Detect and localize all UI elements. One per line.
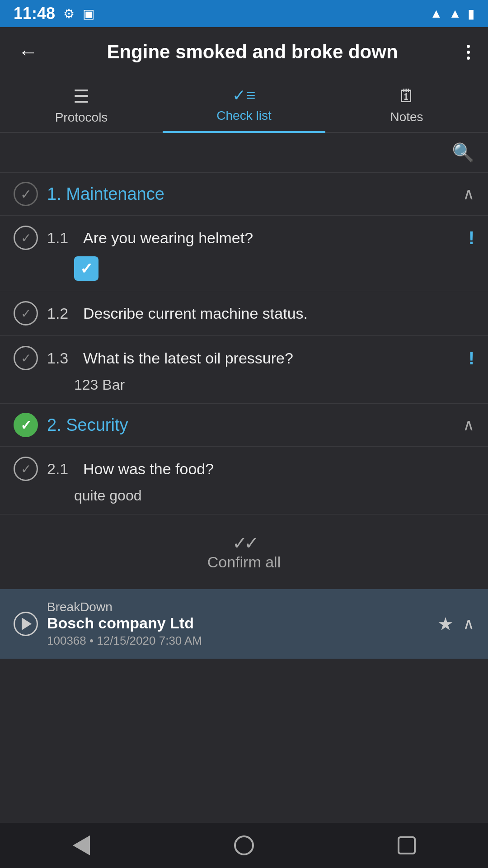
item-1-3-check[interactable] (14, 346, 38, 370)
nav-home-button[interactable] (230, 832, 258, 859)
section-maintenance-header[interactable]: 1. Maintenance ∧ (0, 172, 488, 215)
item-1-1-number: 1.1 (47, 229, 74, 247)
nav-recent-icon (398, 836, 416, 854)
battery-icon: ▮ (468, 6, 474, 21)
bottom-info-bar: BreakDown Bosch company Ltd 100368 • 12/… (0, 589, 488, 659)
play-button[interactable] (14, 612, 38, 636)
item-2-1-check[interactable] (14, 457, 38, 481)
tab-bar: ☰ Protocols ✓≡ Check list 🗓 Notes (0, 77, 488, 133)
nav-bar (0, 823, 488, 868)
bottom-type: BreakDown (47, 600, 428, 614)
item-2-1-text: How was the food? (83, 460, 474, 478)
search-icon[interactable]: 🔍 (452, 142, 474, 163)
item-1-2-row: 1.2 Describe current machine status. (14, 301, 474, 326)
item-1-1-check[interactable] (14, 226, 38, 250)
item-1-1-checkbox-answer[interactable] (74, 256, 99, 281)
item-1-2-text: Describe current machine status. (83, 305, 474, 322)
checklist-icon: ✓≡ (232, 86, 255, 105)
bottom-time: 7:30 AM (159, 634, 202, 647)
star-icon[interactable]: ★ (437, 613, 454, 634)
section-security-header[interactable]: 2. Security ∧ (0, 403, 488, 446)
bottom-company: Bosch company Ltd (47, 614, 428, 632)
section-security-chevron: ∧ (463, 415, 474, 434)
item-1-2-number: 1.2 (47, 305, 74, 322)
item-1-3-answer: 123 Bar (74, 377, 474, 393)
signal-icon: ▲ (449, 6, 461, 21)
status-left: 11:48 ⚙ ▣ (14, 4, 94, 23)
bottom-info-text: BreakDown Bosch company Ltd 100368 • 12/… (47, 600, 428, 648)
item-1-1-text: Are you wearing helmet? (83, 229, 460, 247)
bottom-meta: 100368 • 12/15/2020 7:30 AM (47, 634, 428, 648)
item-1-3-exclamation: ! (469, 348, 474, 368)
status-time: 11:48 (14, 4, 55, 23)
more-dot-1 (467, 45, 470, 48)
tab-protocols[interactable]: ☰ Protocols (0, 77, 163, 132)
item-1-1-exclamation: ! (469, 228, 474, 248)
more-dot-3 (467, 57, 470, 60)
section-maintenance-chevron: ∧ (463, 184, 474, 203)
item-1-1: 1.1 Are you wearing helmet? ! (0, 215, 488, 291)
play-triangle-icon (22, 618, 32, 630)
top-bar: ← Engine smoked and broke down (0, 27, 488, 77)
protocols-icon: ☰ (73, 86, 89, 107)
more-button[interactable] (462, 40, 474, 64)
double-check-icon: ✓✓ (232, 533, 256, 553)
item-1-3-number: 1.3 (47, 349, 74, 367)
section-security-title: 2. Security (47, 415, 463, 435)
nav-back-button[interactable] (68, 832, 95, 859)
tab-checklist-label: Check list (216, 108, 271, 123)
bottom-date: 12/15/2020 (97, 634, 155, 647)
item-1-2: 1.2 Describe current machine status. (0, 291, 488, 335)
item-1-1-row: 1.1 Are you wearing helmet? ! (14, 226, 474, 250)
tab-notes[interactable]: 🗓 Notes (325, 77, 488, 132)
item-2-1: 2.1 How was the food? quite good (0, 446, 488, 514)
section-maintenance-title: 1. Maintenance (47, 184, 463, 204)
section-security-check (14, 413, 38, 437)
confirm-all-button[interactable]: ✓✓ Confirm all (0, 514, 488, 589)
nav-back-icon (73, 835, 90, 855)
back-button[interactable]: ← (14, 36, 42, 68)
tab-protocols-label: Protocols (55, 110, 108, 125)
bottom-chevron-up[interactable]: ∧ (463, 614, 474, 633)
section-maintenance-check (14, 182, 38, 206)
settings-icon: ⚙ (63, 6, 75, 21)
sim-icon: ▣ (83, 6, 94, 21)
nav-recent-button[interactable] (393, 832, 420, 859)
item-2-1-answer: quite good (74, 487, 474, 504)
wifi-icon: ▲ (430, 6, 443, 21)
item-2-1-number: 2.1 (47, 460, 74, 478)
item-1-3: 1.3 What is the latest oil pressure? ! 1… (0, 335, 488, 403)
nav-home-icon (234, 835, 254, 855)
tab-checklist[interactable]: ✓≡ Check list (163, 77, 325, 132)
item-2-1-row: 2.1 How was the food? (14, 457, 474, 481)
item-1-3-text: What is the latest oil pressure? (83, 349, 460, 367)
search-bar: 🔍 (0, 133, 488, 172)
confirm-all-label: Confirm all (207, 553, 281, 571)
more-dot-2 (467, 51, 470, 54)
bottom-separator: • (89, 634, 97, 647)
item-1-3-row: 1.3 What is the latest oil pressure? ! (14, 346, 474, 370)
status-bar: 11:48 ⚙ ▣ ▲ ▲ ▮ (0, 0, 488, 27)
tab-notes-label: Notes (390, 110, 423, 124)
item-1-2-check[interactable] (14, 301, 38, 326)
status-icons: ▲ ▲ ▮ (430, 6, 474, 21)
bottom-id: 100368 (47, 634, 86, 647)
page-title: Engine smoked and broke down (52, 41, 453, 63)
notes-icon: 🗓 (398, 86, 416, 106)
